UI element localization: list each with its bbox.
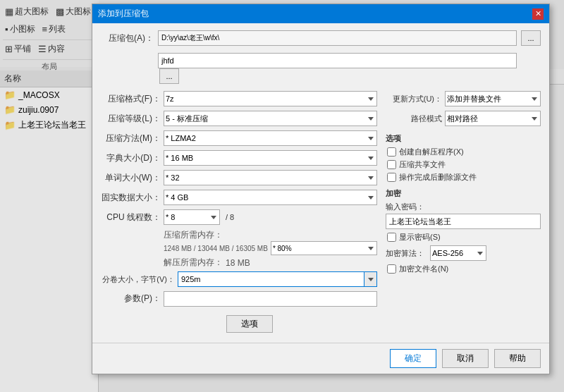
- decompress-mem-row: 解压所需内存： 18 MB: [101, 257, 377, 269]
- two-column-layout: 压缩格式(F)： 7z 压缩等级(L)： 5 - 标准压缩 压缩方法(M)：: [101, 91, 541, 333]
- params-row: 参数(P)：: [101, 291, 377, 307]
- algo-row: 加密算法： AES-256: [386, 245, 541, 261]
- archive-name-row: ...: [158, 53, 541, 84]
- modal-footer: 确定 取消 帮助: [92, 343, 549, 374]
- checkbox-row-show-pwd: 显示密码(S): [386, 232, 541, 243]
- enter-password-label: 输入密码：: [386, 202, 541, 212]
- right-column: 更新方式(U)： 添加并替换文件 路径模式 相对路径 选项: [386, 91, 541, 333]
- show-password-label[interactable]: 显示密码(S): [399, 232, 441, 243]
- decompress-mem-value: 18 MB: [226, 258, 250, 268]
- update-select[interactable]: 添加并替换文件: [445, 91, 541, 106]
- volume-row: 分卷大小，字节(V)：: [101, 271, 377, 287]
- path-label: 路径模式: [386, 114, 442, 124]
- compress-mem-value: 1248 MB / 13044 MB / 16305 MB: [164, 245, 268, 252]
- method-select[interactable]: * LZMA2: [164, 130, 377, 146]
- encrypt-filename-checkbox[interactable]: [387, 264, 396, 274]
- cpu-label: CPU 线程数：: [101, 212, 161, 223]
- modal-title: 添加到压缩包: [98, 8, 149, 20]
- encryption-section: 加密 输入密码： 显示密码(S) 加密算法： AES-256: [386, 188, 541, 274]
- word-label: 单词大小(W)：: [101, 172, 161, 184]
- options-button[interactable]: 选项: [226, 315, 273, 333]
- solid-row: 固实数据大小： * 4 GB: [101, 190, 377, 205]
- solid-label: 固实数据大小：: [101, 192, 161, 204]
- cpu-select[interactable]: * 8: [164, 209, 220, 225]
- dict-select[interactable]: * 16 MB: [164, 150, 377, 166]
- format-label: 压缩格式(F)：: [101, 93, 161, 105]
- decompress-mem-label: 解压所需内存：: [164, 257, 223, 269]
- modal-titlebar: 添加到压缩包 ✕: [92, 4, 549, 23]
- volume-input-wrap: [178, 271, 377, 287]
- algo-label: 加密算法：: [386, 248, 424, 259]
- help-button[interactable]: 帮助: [494, 349, 541, 368]
- solid-select[interactable]: * 4 GB: [164, 190, 377, 205]
- ok-button[interactable]: 确定: [390, 349, 436, 368]
- word-row: 单词大小(W)： * 32: [101, 170, 377, 185]
- show-password-checkbox[interactable]: [387, 233, 396, 242]
- volume-input[interactable]: [178, 272, 364, 286]
- checkbox-row-encrypt-filename: 加密文件名(N): [386, 264, 541, 274]
- modal-body: 压缩包(A)： ... ... 压缩格式(F)： 7z 压缩: [92, 23, 549, 338]
- archive-name-browse[interactable]: ...: [159, 68, 179, 84]
- path-select[interactable]: 相对路径: [445, 111, 541, 126]
- params-label: 参数(P)：: [101, 291, 161, 305]
- checkbox-row-shared: 压缩共享文件: [386, 159, 541, 170]
- password-input[interactable]: [386, 214, 541, 229]
- cancel-button[interactable]: 取消: [442, 349, 489, 368]
- modal-close-button[interactable]: ✕: [532, 8, 544, 20]
- options-section-title: 选项: [386, 133, 541, 144]
- compress-mem-row: 压缩所需内存： 1248 MB / 13044 MB / 16305 MB * …: [101, 229, 377, 255]
- level-row: 压缩等级(L)： 5 - 标准压缩: [101, 111, 377, 126]
- delete-source-checkbox[interactable]: [387, 173, 396, 182]
- volume-label: 分卷大小，字节(V)：: [101, 274, 175, 285]
- format-row: 压缩格式(F)： 7z: [101, 91, 377, 106]
- sfx-checkbox[interactable]: [387, 147, 396, 157]
- shared-files-checkbox[interactable]: [387, 160, 396, 169]
- checkbox-row-delete: 操作完成后删除源文件: [386, 172, 541, 183]
- left-column: 压缩格式(F)： 7z 压缩等级(L)： 5 - 标准压缩 压缩方法(M)：: [101, 91, 377, 333]
- archive-path-label: 压缩包(A)：: [101, 32, 154, 44]
- browse-button[interactable]: ...: [521, 30, 541, 46]
- level-label: 压缩等级(L)：: [101, 113, 161, 125]
- format-select[interactable]: 7z: [164, 91, 377, 106]
- add-to-archive-dialog: 添加到压缩包 ✕ 压缩包(A)： ... ... 压缩格式(F)： 7z: [92, 4, 550, 374]
- options-section: 选项 创建自解压程序(X) 压缩共享文件 操作完成后删除源文件: [386, 133, 541, 183]
- delete-source-label[interactable]: 操作完成后删除源文件: [399, 172, 477, 183]
- method-row: 压缩方法(M)： * LZMA2: [101, 130, 377, 146]
- chevron-down-icon: [368, 278, 374, 281]
- checkbox-row-sfx: 创建自解压程序(X): [386, 147, 541, 157]
- word-select[interactable]: * 32: [164, 170, 377, 185]
- compress-mem-select[interactable]: * 80%: [271, 241, 377, 255]
- path-row: 路径模式 相对路径: [386, 111, 541, 126]
- sfx-label[interactable]: 创建自解压程序(X): [399, 147, 464, 157]
- update-label: 更新方式(U)：: [386, 94, 442, 104]
- encrypt-title: 加密: [386, 188, 541, 199]
- params-input[interactable]: [164, 291, 377, 307]
- level-select[interactable]: 5 - 标准压缩: [164, 111, 377, 126]
- encrypt-filename-label[interactable]: 加密文件名(N): [399, 264, 448, 274]
- archive-name-input[interactable]: [158, 53, 517, 68]
- archive-path-row: 压缩包(A)： ...: [101, 30, 541, 46]
- shared-files-label[interactable]: 压缩共享文件: [399, 159, 446, 170]
- method-label: 压缩方法(M)：: [101, 133, 161, 145]
- dict-label: 字典大小(D)：: [101, 152, 161, 164]
- options-btn-row: 选项: [164, 311, 377, 333]
- compress-mem-label: 压缩所需内存：: [164, 230, 223, 240]
- archive-path-display: [158, 30, 517, 46]
- dict-row: 字典大小(D)： * 16 MB: [101, 150, 377, 166]
- cpu-suffix: / 8: [226, 213, 234, 221]
- update-row: 更新方式(U)： 添加并替换文件: [386, 91, 541, 106]
- cpu-row: CPU 线程数： * 8 / 8: [101, 209, 377, 225]
- volume-dropdown-button[interactable]: [364, 272, 376, 286]
- algo-select[interactable]: AES-256: [430, 245, 486, 261]
